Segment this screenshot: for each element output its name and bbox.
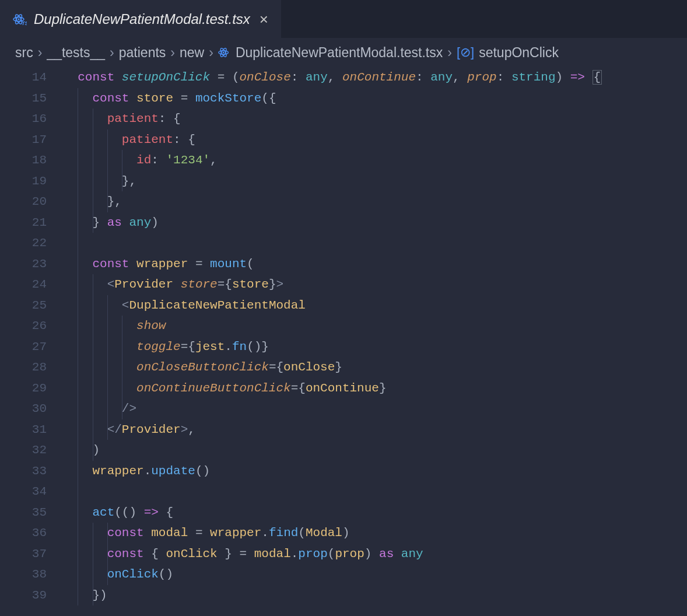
- code-line[interactable]: show: [63, 316, 602, 337]
- code-line[interactable]: onContinueButtonClick={onContinue}: [63, 378, 602, 399]
- code-line[interactable]: [63, 481, 602, 502]
- indent-guide: [93, 523, 93, 606]
- react-ts-file-icon: [218, 46, 231, 59]
- line-number: 14: [0, 67, 47, 88]
- code-line[interactable]: const setupOnClick = (onClose: any, onCo…: [63, 67, 602, 88]
- code-line[interactable]: id: '1234',: [63, 150, 602, 171]
- code-line[interactable]: }): [63, 585, 602, 606]
- svg-text:TS: TS: [22, 20, 27, 26]
- code-line[interactable]: patient: {: [63, 130, 602, 150]
- code-line[interactable]: act(() => {: [63, 502, 602, 523]
- line-number: 37: [0, 544, 47, 565]
- line-number: 31: [0, 419, 47, 440]
- line-number: 23: [0, 254, 47, 275]
- code-line[interactable]: [63, 233, 602, 254]
- code-line[interactable]: patient: {: [63, 108, 602, 130]
- breadcrumb[interactable]: src › __tests__ › patients › new › Dupli…: [0, 38, 687, 67]
- line-number: 24: [0, 274, 47, 295]
- breadcrumb-item[interactable]: src: [15, 45, 33, 61]
- code-line[interactable]: const modal = wrapper.find(Modal): [63, 523, 602, 544]
- line-number: 21: [0, 212, 47, 233]
- line-number-gutter: 1415161718192021222324252627282930313233…: [0, 67, 63, 606]
- indent-guide: [107, 523, 108, 585]
- code-content[interactable]: const setupOnClick = (onClose: any, onCo…: [63, 67, 602, 606]
- indent-guide: [93, 108, 93, 233]
- chevron-right-icon: ›: [447, 45, 452, 61]
- code-line[interactable]: <DuplicateNewPatientModal: [63, 295, 602, 316]
- breadcrumb-item[interactable]: patients: [119, 45, 166, 61]
- code-line[interactable]: onCloseButtonClick={onClose}: [63, 357, 602, 378]
- breadcrumb-item[interactable]: __tests__: [47, 45, 105, 61]
- indent-guide: [122, 150, 122, 191]
- chevron-right-icon: ›: [209, 45, 213, 61]
- line-number: 33: [0, 461, 47, 482]
- breadcrumb-item[interactable]: new: [180, 45, 204, 61]
- svg-point-3: [17, 18, 19, 20]
- tab-filename: DuplicateNewPatientModal.test.tsx: [34, 11, 250, 27]
- tab-bar: TS DuplicateNewPatientModal.test.tsx ×: [0, 0, 687, 38]
- line-number: 26: [0, 316, 47, 337]
- line-number: 20: [0, 191, 47, 212]
- line-number: 28: [0, 357, 47, 378]
- code-line[interactable]: toggle={jest.fn()}: [63, 337, 602, 358]
- react-ts-file-icon: TS: [13, 12, 27, 26]
- chevron-right-icon: ›: [38, 45, 43, 61]
- indent-guide: [122, 316, 122, 419]
- code-line[interactable]: const store = mockStore({: [63, 88, 602, 109]
- close-icon[interactable]: ×: [257, 10, 271, 29]
- line-number: 30: [0, 398, 47, 419]
- svg-point-8: [223, 52, 225, 54]
- line-number: 36: [0, 523, 47, 544]
- code-line[interactable]: },: [63, 171, 602, 192]
- indent-guide: [93, 274, 93, 461]
- line-number: 34: [0, 481, 47, 502]
- line-number: 27: [0, 337, 47, 358]
- line-number: 25: [0, 295, 47, 316]
- line-number: 35: [0, 502, 47, 523]
- line-number: 15: [0, 88, 47, 109]
- code-line[interactable]: const wrapper = mount(: [63, 254, 602, 275]
- editor-tab[interactable]: TS DuplicateNewPatientModal.test.tsx ×: [0, 0, 281, 38]
- code-editor[interactable]: 1415161718192021222324252627282930313233…: [0, 67, 687, 606]
- indent-guide: [107, 130, 108, 212]
- code-line[interactable]: <Provider store={store}>: [63, 274, 602, 295]
- line-number: 32: [0, 440, 47, 461]
- code-line[interactable]: />: [63, 398, 602, 419]
- code-line[interactable]: },: [63, 191, 602, 212]
- indent-guide: [78, 88, 78, 606]
- line-number: 18: [0, 150, 47, 171]
- indent-guide: [107, 295, 108, 440]
- line-number: 39: [0, 585, 47, 606]
- code-line[interactable]: onClick(): [63, 564, 602, 585]
- line-number: 22: [0, 233, 47, 254]
- symbol-variable-icon: [⊘]: [457, 45, 474, 60]
- chevron-right-icon: ›: [110, 45, 114, 61]
- breadcrumb-item[interactable]: DuplicateNewPatientModal.test.tsx: [236, 45, 443, 61]
- code-line[interactable]: wrapper.update(): [63, 461, 602, 482]
- code-line[interactable]: </Provider>,: [63, 419, 602, 440]
- code-line[interactable]: const { onClick } = modal.prop(prop) as …: [63, 544, 602, 565]
- breadcrumb-item[interactable]: setupOnClick: [479, 45, 559, 61]
- code-line[interactable]: ): [63, 440, 602, 461]
- line-number: 17: [0, 130, 47, 150]
- chevron-right-icon: ›: [170, 45, 175, 61]
- line-number: 19: [0, 171, 47, 192]
- line-number: 38: [0, 564, 47, 585]
- code-line[interactable]: } as any): [63, 212, 602, 233]
- line-number: 16: [0, 108, 47, 130]
- line-number: 29: [0, 378, 47, 399]
